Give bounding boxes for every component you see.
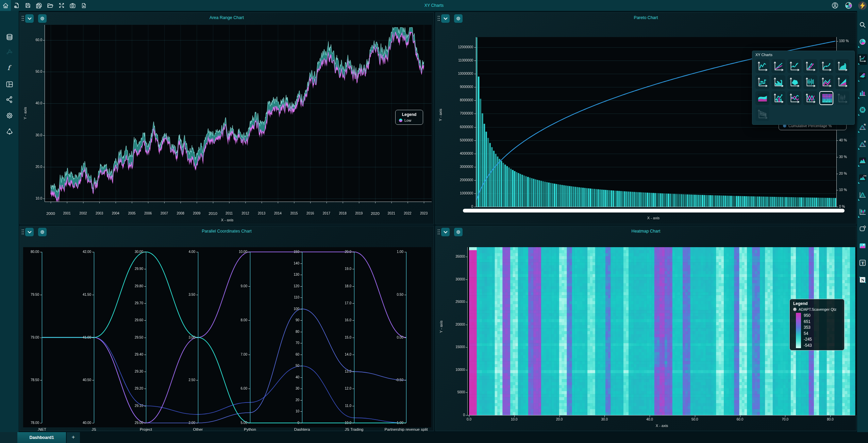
chi-charts-icon: Chi [859,174,866,183]
pareto-h-scrollbar[interactable] [463,209,845,212]
export-pdf-icon[interactable] [78,0,89,11]
popup-item-line-chart[interactable] [755,59,769,73]
parallel-coordinates-canvas[interactable] [20,226,434,431]
toolbox-item-note-tool[interactable]: N [858,275,867,286]
submenu-indicator-icon [858,199,860,201]
svg-text:N: N [864,123,866,126]
distribution-n-charts-icon: N [859,123,866,132]
account-icon[interactable] [830,0,840,11]
area-legend: Legend Low [395,110,423,125]
popup-item-spline-pair-chart[interactable] [787,91,801,105]
toolbox-item-xy-charts[interactable] [858,54,867,65]
svg-text:T: T [861,260,864,266]
color-gradient-bar [796,313,801,348]
toolbox-item-polar-charts[interactable] [858,105,867,116]
toolbox-item-shape-tool[interactable] [858,224,867,235]
panel-parallel-coordinates-chart: Parallel Coordinates Chart 80.0079.5079.… [19,226,434,431]
legend-item-scavenger[interactable]: ADAPT.Scavenger Qtz [793,307,841,311]
save-icon[interactable] [22,0,33,11]
fullscreen-icon[interactable] [56,0,67,11]
screenshot-icon[interactable] [67,0,78,11]
popup-item-area-chart[interactable] [787,75,801,89]
panel-area-range-chart: Area Range Chart 10.020.030.040.050.060.… [19,12,434,224]
popup-item-zigzag-pair-chart[interactable] [803,91,817,105]
open-folder-icon[interactable] [45,0,56,11]
popup-item-area-spline-chart[interactable] [835,59,849,73]
popup-chart-type-grid [755,59,853,121]
submenu-indicator-icon [858,165,860,167]
popup-item-range-zigzag-chart[interactable] [819,75,833,89]
scatter-dim-icon [5,48,14,57]
theme-icon[interactable] [844,0,854,11]
sidebar-item-recycle[interactable] [0,125,19,140]
save-all-icon[interactable] [33,0,45,11]
area-range-chart-canvas[interactable] [20,13,434,225]
popup-item-step-line-chart[interactable] [755,75,769,89]
histogram-3d-charts-icon [859,157,866,166]
toolbox-item-normal-distribution-charts[interactable] [858,190,867,201]
spline-pair-chart-icon [789,92,800,104]
home-icon[interactable] [0,0,11,11]
two-line-chart-icon [773,61,784,72]
step-line-chart-icon [757,76,768,88]
popup-item-spline-chart[interactable] [787,59,801,73]
polar-charts-icon [859,106,866,115]
sidebar-item-layout[interactable] [0,78,19,92]
sidebar-item-scatter-dim[interactable] [0,45,19,60]
candlestick-chart-icon [837,92,848,104]
top-toolbar: XY Charts [0,0,868,11]
legend-item-low[interactable]: Low [399,118,419,122]
toolbox-item-surface-charts[interactable] [858,71,867,82]
sidebar-item-settings[interactable] [0,109,19,124]
popup-item-heatmap-chart[interactable] [819,91,833,105]
toolbox-item-candlestick-charts[interactable] [858,207,867,218]
popup-item-scatter-chart[interactable] [803,59,817,73]
tab-dashboard1[interactable]: Dashboard1 [17,432,66,443]
note-tool-icon: N [859,276,866,285]
settings-icon [5,112,14,121]
popup-item-triangle-area-chart[interactable] [835,75,849,89]
toolbox-item-histogram-3d-charts[interactable] [858,156,867,167]
color-scale-values: 95065135354-245-543 [804,313,812,348]
sidebar-item-data-sources[interactable] [0,31,19,46]
popup-item-stacked-area-chart[interactable] [755,91,769,105]
scale-value: 651 [804,319,812,324]
dashboard-grid: Area Range Chart 10.020.030.040.050.060.… [19,11,857,432]
toolbox-item-distribution-b-charts[interactable]: B [858,139,867,150]
line-chart-icon [757,61,768,72]
popup-item-spline-marker-chart[interactable] [819,59,833,73]
popup-item-hilo-bar-chart[interactable] [803,75,817,89]
scale-value: -543 [804,343,812,348]
heatmap-series-marker [793,308,797,311]
popup-item-line-bar-chart[interactable] [771,91,785,105]
toolbox-item-chi-charts[interactable]: Chi [858,173,867,184]
toolbox-item-pie-charts[interactable] [858,37,867,48]
svg-text:N: N [861,277,865,283]
svg-text:Chi: Chi [864,175,867,177]
text-tool-icon: T [859,259,866,268]
toolbox-item-text-tool[interactable]: T [858,258,867,269]
toolbox-item-bar-charts[interactable] [858,88,867,99]
toolbar-right-group [830,0,867,11]
sidebar-item-share[interactable] [0,93,19,108]
sidebar-item-functions[interactable]: f [0,61,19,76]
stacked-area-chart-icon [757,92,768,104]
app-window: XY Charts f NBChiTN Area Range Chart 10.… [0,0,868,443]
popup-item-two-line-chart[interactable] [771,59,785,73]
recycle-icon [5,127,14,137]
pie-charts-icon [859,38,866,47]
data-sources-icon [5,33,14,43]
toolbox-item-distribution-n-charts[interactable]: N [858,122,867,133]
share-icon [5,96,14,105]
normal-distribution-charts-icon [859,191,866,200]
toolbox-item-search[interactable] [858,20,867,31]
popup-item-step-area-chart[interactable] [771,75,785,89]
new-file-icon[interactable] [11,0,22,11]
toolbox-item-image-tool[interactable] [858,241,867,252]
add-tab-button[interactable]: + [67,432,80,443]
dashboard-tabbar: Dashboard1 + [0,432,868,443]
right-sidebar: NBChiTN [857,11,868,432]
area-chart-icon [789,76,800,88]
step-area-chart-icon [773,76,784,88]
app-logo-icon[interactable] [857,0,867,11]
